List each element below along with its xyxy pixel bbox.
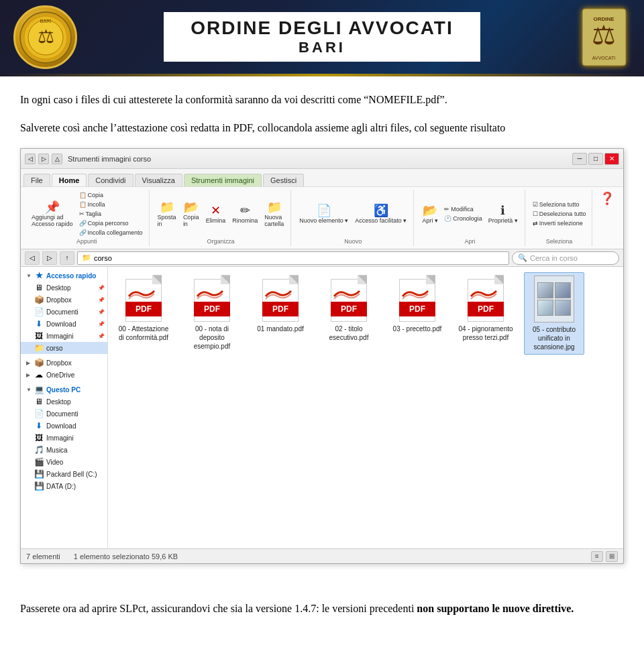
file-item-attestazione[interactable]: PDF 00 - Attestazione di conformità.pdf [113, 272, 174, 355]
btn-copia-percorso[interactable]: 🔗 Copia percorso [77, 219, 145, 227]
sidebar-item-video[interactable]: 🎬 Video [21, 456, 107, 468]
new-item-icon: 📄 [317, 204, 331, 217]
page-header: ⚖ BARI ORDINE DEGLI AVVOCATI BARI ⚖ ORDI… [0, 0, 644, 74]
sidebar-item-immagini-pc[interactable]: 🖼 Immagini [21, 432, 107, 444]
ribbon-tab-visualizza[interactable]: Visualizza [135, 174, 182, 186]
btn-help[interactable]: ❓ [596, 191, 618, 206]
file-item-contributo[interactable]: 05 - contributo unificato in scansione.j… [524, 272, 584, 355]
btn-taglia[interactable]: ✂ Taglia [77, 210, 145, 218]
tb-icon-up: △ [52, 154, 62, 164]
view-list-btn[interactable]: ≡ [591, 551, 603, 562]
open-icon: 📂 [423, 204, 437, 217]
delete-icon: ✕ [211, 204, 221, 217]
btn-modifica[interactable]: ✏ Modifica [442, 205, 484, 213]
sidebar-item-documenti-quick[interactable]: 📄 Documenti 📌 [21, 306, 107, 318]
chevron-down-icon-2: ▼ [26, 387, 32, 393]
sidebar-item-desktop-quick[interactable]: 🖥 Desktop 📌 [21, 282, 107, 294]
ribbon-tab-condividi[interactable]: Condividi [88, 174, 133, 186]
pin-icon-5: 📌 [98, 333, 105, 339]
btn-inverti-selezione[interactable]: ⇄ Inverti selezione [531, 219, 588, 227]
file-item-pignoramento[interactable]: PDF 04 - pignoramento presso terzi.pdf [455, 272, 516, 355]
view-grid-btn[interactable]: ⊞ [606, 551, 618, 562]
ribbon-group-appunti: 📌 Aggiungi adAccesso rapido 📋 Copia 📋 In… [25, 190, 150, 246]
btn-rinomina[interactable]: ✏ Rinomina [229, 203, 260, 225]
btn-elimina-label: Elimina [206, 217, 226, 224]
btn-copia-in[interactable]: 📂 Copiain [180, 200, 202, 229]
file-item-mandato[interactable]: PDF 01 mandato.pdf [250, 272, 311, 355]
minimize-button[interactable]: ─ [572, 153, 587, 165]
sidebar-item-musica[interactable]: 🎵 Musica [21, 444, 107, 456]
right-medal: ⚖ ORDINE AVVOCATI [577, 5, 631, 69]
btn-sposta[interactable]: 📁 Spostain [155, 200, 179, 229]
sidebar-item-desktop-pc[interactable]: 🖥 Desktop [21, 396, 107, 408]
btn-cronologia[interactable]: 🕐 Cronologia [442, 215, 484, 223]
sidebar-item-dropbox[interactable]: ▶ 📦 Dropbox [21, 357, 107, 369]
btn-accesso-facilitato[interactable]: ♿ Accesso facilitato ▾ [352, 203, 409, 225]
file-name-precetto: 03 - precetto.pdf [393, 324, 442, 333]
btn-incolla-collegamento[interactable]: 🔗 Incolla collegamento [77, 229, 145, 237]
pin-icon: 📌 [98, 285, 105, 291]
maximize-button[interactable]: □ [588, 153, 603, 165]
sidebar-header-quick-access[interactable]: ▼ ★ Accesso rapido [21, 270, 107, 282]
svg-text:⚖: ⚖ [37, 26, 54, 47]
ribbon-group-seleziona: ☑ Seleziona tutto ☐ Deseleziona tutto ⇄ … [527, 190, 593, 246]
btn-seleziona-tutto[interactable]: ☑ Seleziona tutto [531, 200, 588, 209]
header-title-box: ORDINE DEGLI AVVOCATI BARI [164, 12, 480, 62]
sidebar-item-data[interactable]: 💾 DATA (D:) [21, 480, 107, 492]
btn-incolla[interactable]: 📋 Incolla [77, 200, 145, 209]
jpg-icon-contributo [534, 276, 574, 322]
nuovo-label: Nuovo [344, 238, 362, 245]
title-bar-controls[interactable]: ─ □ ✕ [572, 153, 619, 165]
back-btn[interactable]: ◁ [25, 251, 40, 265]
sidebar-corso-label: corso [46, 345, 62, 352]
file-item-titolo[interactable]: PDF 02 - titolo esecutivo.pdf [319, 272, 379, 355]
sidebar-item-onedrive[interactable]: ▶ ☁ OneDrive [21, 369, 107, 381]
btn-nuovo-elemento[interactable]: 📄 Nuovo elemento ▾ [297, 203, 351, 225]
sidebar-item-packard-bell[interactable]: 💾 Packard Bell (C:) [21, 468, 107, 480]
file-grid: PDF 00 - Attestazione di conformità.pdf [113, 272, 618, 355]
seleziona-label: Seleziona [546, 238, 573, 245]
address-text: corso [94, 254, 112, 262]
file-name-pignoramento: 04 - pignoramento presso terzi.pdf [458, 324, 513, 342]
ribbon-tab-home[interactable]: Home [52, 174, 87, 186]
btn-apri[interactable]: 📂 Apri ▾ [419, 203, 441, 225]
file-name-nota: 00 - nota di deposito esempio.pdf [184, 324, 239, 351]
btn-elimina[interactable]: ✕ Elimina [203, 203, 229, 225]
bottom-text-normal: Passerete ora ad aprire SLPct, assicuran… [20, 603, 417, 614]
sidebar-documenti-pc-label: Documenti [46, 410, 78, 418]
sidebar-item-corso[interactable]: 📁 corso [21, 342, 107, 354]
btn-deseleziona-tutto[interactable]: ☐ Deseleziona tutto [531, 210, 588, 218]
organizza-label: Organizza [207, 238, 234, 245]
edit-icon: ✏ [444, 206, 449, 213]
main-content: In ogni caso i files di cui attesterete … [0, 76, 644, 589]
btn-proprieta[interactable]: ℹ Proprietà ▾ [486, 203, 521, 225]
file-item-nota[interactable]: PDF 00 - nota di deposito esempio.pdf [182, 272, 242, 355]
sidebar-item-download-quick[interactable]: ⬇ Download 📌 [21, 318, 107, 330]
forward-btn[interactable]: ▷ [42, 251, 57, 265]
deselect-icon: ☐ [533, 211, 538, 217]
sidebar-item-dropbox-quick[interactable]: 📦 Dropbox 📌 [21, 294, 107, 306]
btn-copia[interactable]: 📋 Copia [77, 191, 145, 199]
sidebar-item-documenti-pc[interactable]: 📄 Documenti [21, 408, 107, 420]
ribbon-tab-file[interactable]: File [23, 174, 50, 186]
sidebar-item-immagini-quick[interactable]: 🖼 Immagini 📌 [21, 330, 107, 342]
sidebar-item-download-pc[interactable]: ⬇ Download [21, 420, 107, 432]
address-field[interactable]: 📁 corso [77, 251, 509, 265]
svg-text:ORDINE: ORDINE [593, 16, 614, 22]
file-name-contributo: 05 - contributo unificato in scansione.j… [527, 325, 581, 351]
pc-icon: 💻 [34, 385, 44, 394]
close-button[interactable]: ✕ [604, 153, 619, 165]
organizza-buttons: 📁 Spostain 📂 Copiain ✕ Elimina ✏ [155, 191, 287, 237]
btn-nuova-cartella[interactable]: 📁 Nuovacartella [262, 200, 286, 229]
sidebar-header-questo-pc[interactable]: ▼ 💻 Questo PC [21, 383, 107, 396]
search-field[interactable]: 🔍 Cerca in corso [512, 251, 619, 265]
up-btn[interactable]: ↑ [60, 251, 74, 265]
ribbon-tab-gestisci[interactable]: Gestisci [263, 174, 304, 186]
ribbon: File Home Condividi Visualizza Strumenti… [21, 169, 623, 249]
ribbon-tab-tools[interactable]: Strumenti immagini [184, 174, 262, 186]
tb-icon-forward: ▷ [38, 154, 49, 164]
file-item-precetto[interactable]: PDF 03 - precetto.pdf [387, 272, 447, 355]
btn-aggiungi[interactable]: 📌 Aggiungi adAccesso rapido [29, 200, 76, 229]
new-folder-icon: 📁 [267, 201, 282, 213]
properties-icon: ℹ [500, 204, 505, 217]
